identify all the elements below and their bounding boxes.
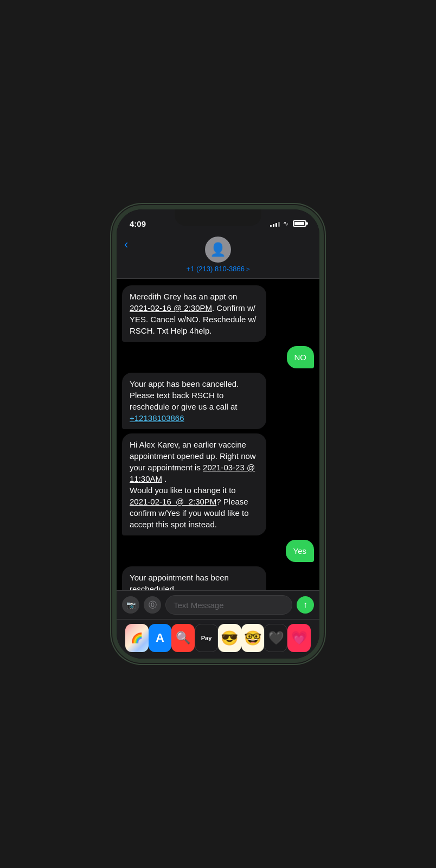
send-icon: ↑ [303,600,307,610]
battery-icon [293,220,306,227]
phone-link[interactable]: +12138103866 [130,413,184,423]
pay-text: Pay [201,635,212,641]
dock-emoji1-icon[interactable]: 😎 [218,624,241,652]
message-bubble-3: Your appt has been cancelled. Please tex… [122,373,266,429]
emoji1-icon: 😎 [221,630,238,647]
appstore-button[interactable]: ⓪ [144,596,161,614]
heart-icon: 🖤 [268,630,284,646]
message-bubble-4: Hi Alex Karev, an earlier vaccine appoin… [122,433,266,535]
messages-area[interactable]: Meredith Grey has an appt on 2021-02-16 … [117,279,319,590]
message-bubble-6: Your appointment has been rescheduled. [122,566,266,590]
message-text-6: Your appointment has been rescheduled. [130,573,229,590]
message-bubble-1: Meredith Grey has an appt on 2021-02-16 … [122,285,266,342]
message-bubble-2: NO [287,346,315,368]
chat-header: ‹ 👤 +1 (213) 810-3866 [117,233,319,279]
send-button[interactable]: ↑ [297,596,314,614]
back-button[interactable]: ‹ [124,238,128,252]
camera-icon: 📷 [126,601,136,609]
photos-icon: 🌈 [131,632,143,644]
wifi-icon: ∿ [283,220,288,227]
search-dock-icon: 🔍 [176,631,190,645]
appstore-icon: ⓪ [149,600,157,610]
avatar: 👤 [205,237,231,263]
message-bubble-5: Yes [286,540,314,562]
message-text-4: Hi Alex Karev, an earlier vaccine appoin… [130,440,256,529]
camera-button[interactable]: 📷 [122,596,139,614]
dock-appstore-icon[interactable]: A [149,624,172,652]
dock-emoji2-icon[interactable]: 🤓 [241,624,265,652]
status-time: 4:09 [130,219,146,228]
dock-photos-icon[interactable]: 🌈 [125,624,149,652]
message-text-2: NO [294,353,307,362]
appstore-dock-icon: A [156,631,164,645]
dock-search-icon[interactable]: 🔍 [171,624,195,652]
status-icons: ∿ [270,220,306,227]
dock: 🌈 A 🔍 Pay 😎 🤓 🖤 💗 [117,619,319,659]
message-text-3: Your appt has been cancelled. Please tex… [130,379,239,423]
phone-frame: 4:09 ∿ ‹ 👤 +1 (213) 810-3866 [112,205,324,663]
contact-number[interactable]: +1 (213) 810-3866 [187,265,250,273]
dock-heart-icon[interactable]: 🖤 [264,624,287,652]
message-text-5: Yes [293,546,306,556]
signal-icon [270,220,280,227]
dock-pink-icon[interactable]: 💗 [287,624,311,652]
message-input-placeholder: Text Message [174,601,224,610]
notch [175,209,261,226]
input-bar: 📷 ⓪ Text Message ↑ [117,590,319,619]
dock-pay-icon[interactable]: Pay [195,624,218,652]
avatar-person-icon: 👤 [210,242,226,257]
emoji2-icon: 🤓 [244,630,261,647]
message-text-1: Meredith Grey has an appt on 2021-02-16 … [130,292,256,335]
pink-icon: 💗 [291,630,307,646]
message-input[interactable]: Text Message [165,595,292,615]
